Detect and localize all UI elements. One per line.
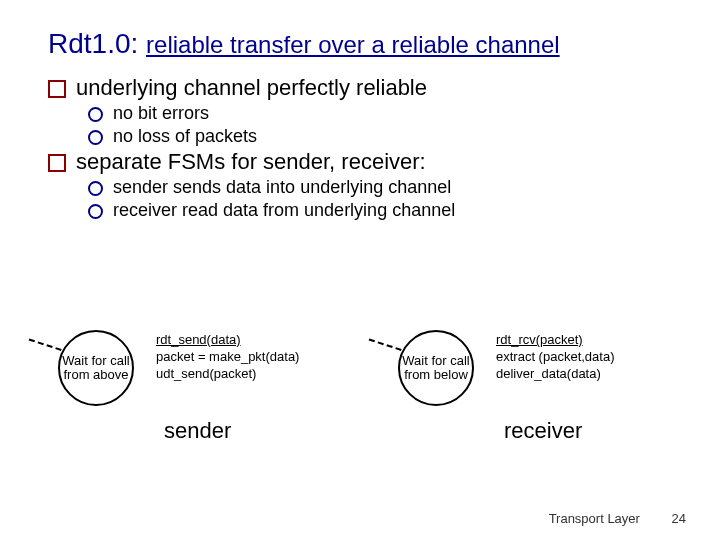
receiver-action-1: extract (packet,data) — [496, 349, 615, 364]
sender-action-2: udt_send(packet) — [156, 366, 256, 381]
square-bullet-icon — [48, 154, 66, 172]
bullet-2a: sender sends data into underlying channe… — [88, 177, 680, 198]
fsm-area: Wait for call from above rdt_send(data) … — [48, 330, 678, 470]
bullet-1: underlying channel perfectly reliable — [48, 75, 680, 101]
slide-title: Rdt1.0: reliable transfer over a reliabl… — [48, 26, 680, 61]
footer: Transport Layer 24 — [549, 511, 686, 526]
sender-state-label: Wait for call from above — [60, 354, 132, 383]
page-number: 24 — [672, 511, 686, 526]
bullet-1a-text: no bit errors — [113, 103, 209, 124]
title-prefix: Rdt1.0: — [48, 28, 138, 59]
bullet-1b: no loss of packets — [88, 126, 680, 147]
receiver-state: Wait for call from below — [398, 330, 474, 406]
circle-bullet-icon — [88, 130, 103, 145]
bullet-1a: no bit errors — [88, 103, 680, 124]
receiver-event: rdt_rcv(packet) — [496, 332, 615, 349]
slide: Rdt1.0: reliable transfer over a reliabl… — [0, 0, 720, 540]
receiver-transition: rdt_rcv(packet) extract (packet,data) de… — [496, 332, 615, 383]
sender-state-wrap: Wait for call from above — [58, 330, 138, 410]
init-arrow-icon — [29, 327, 66, 351]
receiver-label: receiver — [504, 418, 582, 444]
sender-state: Wait for call from above — [58, 330, 134, 406]
circle-bullet-icon — [88, 204, 103, 219]
circle-bullet-icon — [88, 107, 103, 122]
sender-label: sender — [164, 418, 231, 444]
footer-section: Transport Layer — [549, 511, 640, 526]
sender-event: rdt_send(data) — [156, 332, 299, 349]
init-arrow-icon — [369, 327, 406, 351]
sender-action-1: packet = make_pkt(data) — [156, 349, 299, 364]
title-subtitle: reliable transfer over a reliable channe… — [146, 31, 560, 58]
bullet-2-text: separate FSMs for sender, receiver: — [76, 149, 426, 175]
sender-transition: rdt_send(data) packet = make_pkt(data) u… — [156, 332, 299, 383]
receiver-state-label: Wait for call from below — [400, 354, 472, 383]
square-bullet-icon — [48, 80, 66, 98]
bullet-1b-text: no loss of packets — [113, 126, 257, 147]
bullet-2a-text: sender sends data into underlying channe… — [113, 177, 451, 198]
bullet-1-text: underlying channel perfectly reliable — [76, 75, 427, 101]
bullet-2b-text: receiver read data from underlying chann… — [113, 200, 455, 221]
bullet-2b: receiver read data from underlying chann… — [88, 200, 680, 221]
circle-bullet-icon — [88, 181, 103, 196]
receiver-action-2: deliver_data(data) — [496, 366, 601, 381]
receiver-state-wrap: Wait for call from below — [398, 330, 478, 410]
bullet-2: separate FSMs for sender, receiver: — [48, 149, 680, 175]
